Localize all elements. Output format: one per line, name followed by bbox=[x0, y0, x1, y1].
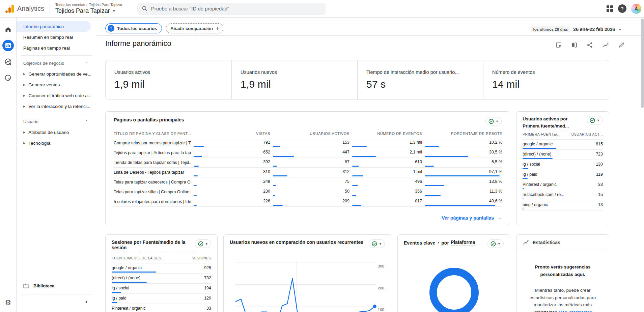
advertising-icon bbox=[4, 74, 12, 82]
list-item: ig / paid119 bbox=[523, 170, 603, 180]
pages-col-header-2[interactable]: USUARIOS ACTIVOS bbox=[270, 132, 349, 136]
sidebar-item-0[interactable]: Informe panorámico bbox=[17, 21, 91, 32]
sidebar-section-title: Objetivos de negocio bbox=[23, 61, 64, 66]
kpi-value: 57 s bbox=[366, 79, 483, 90]
plus-icon: + bbox=[216, 25, 219, 31]
sidebar-item-1[interactable]: Resumen en tiempo real bbox=[17, 32, 96, 42]
data-quality-dropdown[interactable]: ▼ bbox=[369, 239, 385, 248]
metric-bar bbox=[273, 166, 277, 167]
property-selector[interactable]: Todas las cuentas › Tejidos Para Tapizar… bbox=[55, 3, 122, 15]
sessions-col-metric[interactable]: SESIONES bbox=[192, 256, 211, 261]
breadcrumb-separator-icon: › bbox=[86, 3, 88, 7]
sidebar-item-0-1[interactable]: ▶Generar ventas bbox=[17, 79, 96, 90]
list-item: (direct) / (none)732 bbox=[112, 274, 211, 284]
table-row: Telas para tapizar cabeceros | Compra O.… bbox=[114, 177, 502, 187]
metric-value: 30,5 % bbox=[489, 150, 502, 154]
advertising-nav-button[interactable] bbox=[2, 72, 14, 84]
data-quality-dropdown[interactable]: ▼ bbox=[485, 117, 502, 125]
sidebar-item-0-2[interactable]: ▶Conocer el tráfico web o de a... bbox=[17, 90, 96, 101]
dimension-value: 732 bbox=[204, 276, 211, 280]
page-title-cell: Tienda de telas para tapizar sofás | Tej… bbox=[114, 160, 191, 165]
breadcrumb-account[interactable]: Todas las cuentas bbox=[55, 3, 85, 7]
all-users-chip[interactable]: T Todos los usuarios bbox=[105, 23, 162, 33]
apps-grid-icon[interactable] bbox=[607, 5, 613, 12]
sources-col-dimension[interactable]: PRIMERA FUENTE/... bbox=[523, 132, 561, 137]
search-bar[interactable] bbox=[137, 3, 326, 15]
search-input[interactable] bbox=[151, 6, 321, 11]
analytics-logo[interactable]: Analytics bbox=[0, 4, 44, 13]
list-item: Pinterest / organic33 bbox=[112, 304, 211, 312]
metric-cell: 230 bbox=[191, 187, 270, 197]
view-pages-link[interactable]: Ver páginas y pantallas → bbox=[442, 215, 502, 221]
admin-gear-button[interactable]: ⚙ bbox=[5, 299, 11, 307]
arrow-right-icon: → bbox=[497, 215, 502, 221]
expand-triangle-icon: ▶ bbox=[23, 94, 25, 97]
kpi-label: Usuarios nuevos bbox=[241, 69, 357, 75]
pages-col-header-1[interactable]: VISTAS bbox=[191, 132, 270, 136]
events-metric-selector[interactable]: Eventos clave bbox=[404, 240, 435, 246]
sidebar-item-1-0[interactable]: ▶Atributos de usuario bbox=[17, 127, 96, 138]
metric-value: 97,1 % bbox=[489, 169, 502, 174]
sidebar-item-0-3[interactable]: ▶Ver la interacción y la retenci... bbox=[17, 101, 96, 112]
sources-col-metric[interactable]: USUARIOS ACT... bbox=[571, 132, 603, 137]
sidebar-item-0-0[interactable]: ▶Generar oportunidades de ve... bbox=[17, 68, 96, 79]
sources-card-title-line2[interactable]: Primera fuente/med... bbox=[523, 123, 569, 130]
vertical-scrollbar[interactable] bbox=[641, 19, 644, 108]
metric-cell: 87 bbox=[270, 158, 349, 167]
insights-title: Estadísticas bbox=[533, 240, 560, 245]
report-sidenav: Informe panorámicoResumen en tiempo real… bbox=[17, 18, 96, 312]
pages-col-header-0[interactable]: TÍTULO DE PÁGINA Y CLASE DE PANT... bbox=[114, 132, 191, 136]
kpi-0: Usuarios activos1,9 mil bbox=[106, 60, 231, 99]
home-icon bbox=[4, 26, 12, 33]
metric-bar bbox=[352, 156, 376, 157]
edit-report-button[interactable] bbox=[618, 42, 625, 48]
pages-col-header-3[interactable]: NÚMERO DE EVENTOS bbox=[349, 132, 422, 136]
dimension-value: 33 bbox=[598, 182, 603, 187]
customize-columns-button[interactable] bbox=[571, 42, 578, 48]
events-dimension[interactable]: Plataforma bbox=[451, 239, 475, 246]
explore-nav-button[interactable] bbox=[2, 56, 14, 67]
metric-value: 10,2 % bbox=[489, 140, 502, 145]
sessions-card-title[interactable]: Sesiones por Fuente/medio de la sesión bbox=[112, 239, 195, 251]
learn-more-link[interactable]: Más información bbox=[559, 310, 592, 312]
data-quality-dropdown[interactable]: ▼ bbox=[487, 239, 504, 248]
kpi-scorecards: Usuarios activos1,9 milUsuarios nuevos1,… bbox=[105, 60, 609, 100]
metric-bar bbox=[352, 166, 359, 167]
data-quality-dropdown[interactable]: ▼ bbox=[195, 239, 211, 248]
sidebar-item-1-1[interactable]: ▶Tecnología bbox=[17, 138, 96, 148]
metric-bar bbox=[273, 175, 287, 176]
add-comparison-chip[interactable]: Añadir comparación + bbox=[166, 23, 223, 33]
list-item: (direct) / (none)723 bbox=[523, 150, 603, 160]
notes-button[interactable] bbox=[556, 42, 562, 48]
dimension-value: 13 bbox=[598, 202, 603, 207]
home-nav-button[interactable] bbox=[2, 24, 14, 35]
metric-cell: 610 bbox=[349, 158, 422, 167]
metric-cell: 652 bbox=[191, 148, 270, 158]
collapse-sidenav-button[interactable]: ‹ bbox=[85, 299, 87, 305]
sidebar-item-library[interactable]: Biblioteca bbox=[23, 283, 54, 288]
page-title-cell: Comprar telas por metros para tapizar | … bbox=[114, 141, 191, 145]
help-button[interactable]: ? bbox=[618, 4, 626, 13]
metric-value: 652 bbox=[263, 150, 270, 154]
sidebar-item-label: Generar ventas bbox=[28, 82, 60, 87]
sidebar-section-1[interactable]: Usuario⌃ bbox=[17, 116, 96, 127]
sidebar-item-2[interactable]: Páginas en tiempo real bbox=[17, 42, 96, 53]
sidebar-section-0[interactable]: Objetivos de negocio⌃ bbox=[17, 58, 96, 68]
note-icon bbox=[556, 42, 562, 48]
metric-cell: 447 bbox=[270, 148, 349, 158]
dimension-bar bbox=[523, 208, 524, 209]
sidenav-divider bbox=[21, 114, 92, 114]
sessions-col-dimension[interactable]: FUENTE/MEDIO DE LA SES... bbox=[112, 256, 165, 261]
share-button[interactable] bbox=[587, 42, 593, 48]
columns-icon bbox=[571, 42, 578, 48]
property-title[interactable]: Tejidos Para Tapizar bbox=[55, 7, 110, 15]
dimension-bar bbox=[112, 302, 117, 303]
data-quality-dropdown[interactable]: ▼ bbox=[587, 116, 603, 124]
breadcrumb-property[interactable]: Tejidos Para Tapizar bbox=[89, 3, 122, 7]
insights-button[interactable] bbox=[602, 42, 609, 48]
line-chart: 300200100 bbox=[230, 248, 386, 312]
pages-col-header-4[interactable]: PORCENTAJE DE REBOTE bbox=[422, 132, 502, 136]
account-avatar[interactable]: A bbox=[631, 4, 641, 14]
reports-nav-button[interactable] bbox=[2, 40, 14, 51]
date-range-picker[interactable]: los últimos 28 días 26 ene-22 feb 2026 ▼ bbox=[531, 26, 622, 32]
